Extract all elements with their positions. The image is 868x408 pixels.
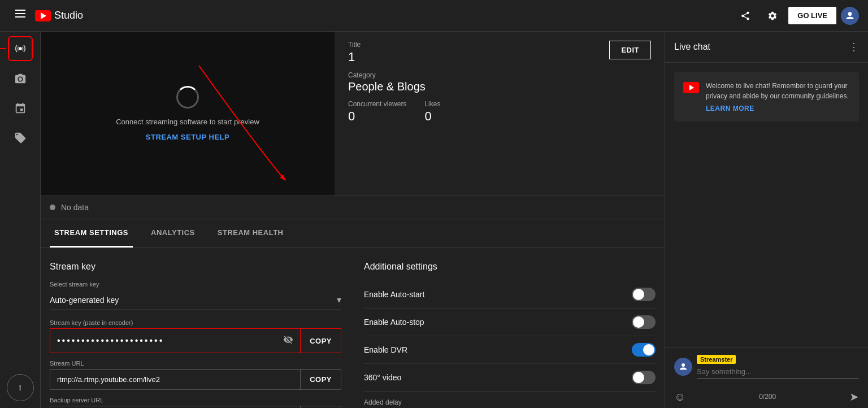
additional-settings-title: Additional settings	[364, 262, 656, 272]
category-value: People & Blogs	[348, 80, 651, 93]
stream-key-field-label: Stream key (paste in encoder)	[50, 319, 341, 326]
edit-button[interactable]: EDIT	[609, 41, 651, 59]
backup-url-label: Backup server URL	[50, 397, 341, 403]
learn-more-link[interactable]: LEARN MORE	[706, 105, 850, 112]
live-nav-item[interactable]	[8, 36, 33, 61]
chat-input-area: Streamster	[697, 355, 859, 379]
video360-row: 360° video	[364, 364, 656, 392]
topbar: Studio GO LIVE	[0, 0, 868, 32]
stats-row: Concurrent viewers 0 Likes 0	[348, 100, 651, 124]
sidebar-item-camera[interactable]	[7, 66, 34, 93]
live-icon-inner	[10, 38, 31, 59]
chat-yt-logo	[683, 82, 699, 93]
backup-url-input: rtmp://b.rtmp.youtube.com/live2?backup=1	[50, 406, 300, 408]
tab-analytics[interactable]: ANALYTICS	[146, 219, 199, 248]
delay-section: Added delay	[364, 392, 656, 408]
sidebar-item-monetize[interactable]	[7, 124, 34, 151]
video360-label: 360° video	[364, 373, 401, 382]
svg-point-3	[19, 47, 22, 50]
svg-point-5	[682, 363, 685, 367]
dvr-label: Enable DVR	[364, 345, 407, 354]
main-container: ! Connect streaming software to start pr…	[0, 32, 868, 408]
red-arrow-icon	[0, 43, 9, 54]
viewers-block: Concurrent viewers 0	[348, 100, 406, 124]
chat-name-badge: Streamster	[697, 355, 736, 364]
no-data-dot	[50, 205, 55, 210]
tab-stream-settings[interactable]: STREAM SETTINGS	[50, 219, 133, 248]
chat-menu-icon[interactable]: ⋮	[849, 41, 859, 53]
emoji-button[interactable]: ☺	[674, 390, 685, 403]
avatar[interactable]	[841, 7, 859, 25]
auto-start-label: Enable Auto-start	[364, 290, 424, 299]
red-curve-annotation	[41, 32, 335, 196]
stream-key-row: •••••••••••••••••••••• COPY	[50, 328, 341, 353]
stream-key-title: Stream key	[50, 262, 341, 272]
dvr-row: Enable DVR	[364, 336, 656, 364]
loading-spinner	[176, 86, 199, 108]
stream-url-copy-button[interactable]: COPY	[300, 369, 341, 390]
topbar-title: Studio	[54, 10, 83, 21]
svg-point-0	[848, 12, 852, 16]
chat-message-input[interactable]	[697, 365, 859, 379]
viewers-label: Concurrent viewers	[348, 100, 406, 108]
chat-welcome-box: Welcome to live chat! Remember to guard …	[674, 72, 859, 121]
chat-avatar	[674, 358, 692, 376]
hamburger-menu[interactable]	[9, 2, 32, 25]
stream-key-section: Stream key Select stream key Auto-genera…	[50, 262, 341, 408]
share-button[interactable]	[734, 5, 757, 27]
auto-stop-label: Enable Auto-stop	[364, 318, 424, 327]
topbar-actions: GO LIVE	[734, 5, 859, 27]
chat-title: Live chat	[674, 42, 710, 52]
stream-key-dropdown[interactable]: Auto-generated key ▾	[50, 290, 341, 310]
char-count: 0/200	[759, 393, 776, 401]
likes-block: Likes 0	[424, 100, 440, 124]
auto-start-knob	[633, 289, 644, 300]
send-button[interactable]: ➤	[849, 390, 859, 403]
chat-messages-area	[665, 131, 868, 348]
category-label: Category	[348, 71, 651, 79]
select-stream-key-label: Select stream key	[50, 281, 341, 288]
viewers-value: 0	[348, 109, 406, 124]
video360-knob	[633, 372, 644, 383]
title-value: 1	[348, 50, 361, 64]
settings-content-wrapper: Stream key Select stream key Auto-genera…	[41, 248, 665, 408]
chat-header: Live chat ⋮	[665, 32, 868, 63]
connect-streaming-text: Connect streaming software to start prev…	[116, 118, 259, 126]
chat-welcome-text: Welcome to live chat! Remember to guard …	[706, 82, 849, 100]
settings-button[interactable]	[761, 5, 784, 27]
eye-icon[interactable]	[283, 335, 293, 347]
topbar-logo: Studio	[9, 2, 83, 29]
sidebar-item-calendar[interactable]	[7, 95, 34, 122]
chat-bottom-row: ☺ 0/200 ➤	[665, 385, 868, 408]
stream-url-input: rtmp://a.rtmp.youtube.com/live2	[50, 369, 300, 390]
stream-info-panel: Title 1 EDIT Category People & Blogs Con…	[335, 32, 665, 196]
auto-start-toggle[interactable]	[632, 288, 656, 301]
stream-info-header: Title 1 EDIT	[348, 41, 651, 64]
dvr-toggle[interactable]	[632, 343, 656, 357]
stream-key-copy-button[interactable]: COPY	[300, 328, 341, 353]
chat-welcome-content: Welcome to live chat! Remember to guard …	[706, 81, 850, 112]
stream-key-dropdown-value: Auto-generated key	[50, 296, 337, 305]
chevron-down-icon: ▾	[337, 294, 341, 305]
settings-content: Stream key Select stream key Auto-genera…	[41, 248, 665, 408]
delay-label: Added delay	[364, 398, 402, 406]
auto-start-row: Enable Auto-start	[364, 281, 656, 309]
title-block: Title 1	[348, 41, 361, 64]
stream-url-label: Stream URL	[50, 360, 341, 367]
category-block: Category People & Blogs	[348, 71, 651, 93]
auto-stop-toggle[interactable]	[632, 315, 656, 329]
chat-name-row: Streamster	[697, 355, 859, 364]
feedback-icon[interactable]: !	[7, 374, 34, 408]
tab-stream-health[interactable]: STREAM HEALTH	[213, 219, 288, 248]
backup-url-copy-button[interactable]: COPY	[300, 406, 341, 408]
go-live-button[interactable]: GO LIVE	[788, 7, 836, 24]
likes-label: Likes	[424, 100, 440, 108]
stream-url-row: rtmp://a.rtmp.youtube.com/live2 COPY	[50, 369, 341, 390]
backup-url-row: rtmp://b.rtmp.youtube.com/live2?backup=1…	[50, 406, 341, 408]
stream-key-input[interactable]: ••••••••••••••••••••••	[50, 328, 300, 353]
stream-setup-help-link[interactable]: STREAM SETUP HELP	[146, 133, 229, 141]
tabs-row: STREAM SETTINGS ANALYTICS STREAM HEALTH	[41, 219, 665, 248]
likes-value: 0	[424, 109, 440, 124]
video360-toggle[interactable]	[632, 371, 656, 384]
additional-settings-section: Additional settings Enable Auto-start En…	[364, 262, 656, 408]
